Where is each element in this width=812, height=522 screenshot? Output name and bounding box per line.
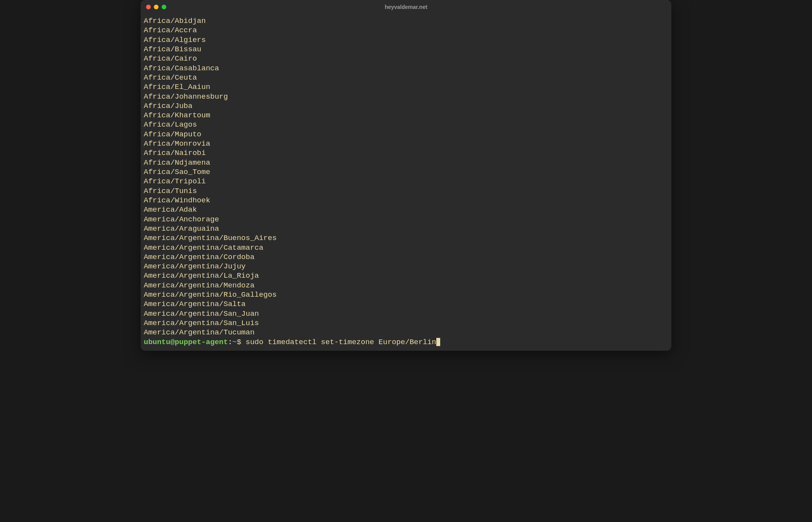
traffic-lights bbox=[146, 5, 166, 9]
close-icon[interactable] bbox=[146, 5, 151, 9]
output-line: America/Argentina/Buenos_Aires bbox=[144, 233, 668, 243]
output-line: Africa/Tripoli bbox=[144, 177, 668, 186]
prompt-at: @ bbox=[170, 338, 174, 347]
output-line: Africa/Sao_Tome bbox=[144, 167, 668, 177]
output-line: America/Argentina/Tucuman bbox=[144, 328, 668, 337]
output-line: Africa/Lagos bbox=[144, 120, 668, 129]
output-line: Africa/Maputo bbox=[144, 130, 668, 139]
output-line: America/Argentina/Mendoza bbox=[144, 281, 668, 290]
output-line: Africa/Casablanca bbox=[144, 64, 668, 73]
window-title: heyvaldemar.net bbox=[385, 4, 427, 10]
output-line: Africa/Ceuta bbox=[144, 73, 668, 82]
output-line: Africa/Windhoek bbox=[144, 196, 668, 205]
output-line: Africa/Bissau bbox=[144, 45, 668, 54]
output-line: America/Argentina/Catamarca bbox=[144, 243, 668, 252]
output-line: Africa/Khartoum bbox=[144, 111, 668, 120]
output-line: America/Adak bbox=[144, 205, 668, 214]
output-line: Africa/Abidjan bbox=[144, 16, 668, 26]
output-line: America/Argentina/Salta bbox=[144, 299, 668, 309]
output-line: America/Anchorage bbox=[144, 215, 668, 224]
output-line: America/Argentina/Jujuy bbox=[144, 262, 668, 271]
output-line: America/Argentina/San_Juan bbox=[144, 309, 668, 318]
prompt-host: puppet-agent bbox=[175, 338, 228, 347]
output-line: Africa/Juba bbox=[144, 101, 668, 111]
output-line: Africa/Nairobi bbox=[144, 148, 668, 158]
cursor-icon bbox=[436, 338, 440, 346]
output-line: Africa/Cairo bbox=[144, 54, 668, 63]
command-input[interactable]: sudo timedatectl set-timezone Europe/Ber… bbox=[246, 338, 436, 347]
prompt-colon: : bbox=[228, 338, 232, 347]
minimize-icon[interactable] bbox=[154, 5, 159, 9]
titlebar[interactable]: heyvaldemar.net bbox=[141, 0, 671, 14]
prompt-line[interactable]: ubuntu@puppet-agent:~$ sudo timedatectl … bbox=[144, 338, 668, 347]
output-line: America/Argentina/Cordoba bbox=[144, 252, 668, 262]
terminal-window: heyvaldemar.net Africa/AbidjanAfrica/Acc… bbox=[141, 0, 671, 351]
output-line: America/Araguaina bbox=[144, 224, 668, 233]
output-line: Africa/Monrovia bbox=[144, 139, 668, 148]
output-line: Africa/Tunis bbox=[144, 186, 668, 196]
output-line: America/Argentina/La_Rioja bbox=[144, 271, 668, 280]
terminal-output: Africa/AbidjanAfrica/AccraAfrica/Algiers… bbox=[144, 16, 668, 338]
output-line: Africa/Ndjamena bbox=[144, 158, 668, 167]
prompt-user: ubuntu bbox=[144, 338, 170, 347]
terminal-body[interactable]: Africa/AbidjanAfrica/AccraAfrica/Algiers… bbox=[141, 14, 671, 351]
output-line: Africa/Algiers bbox=[144, 35, 668, 45]
output-line: America/Argentina/San_Luis bbox=[144, 318, 668, 328]
output-line: Africa/Johannesburg bbox=[144, 92, 668, 101]
output-line: America/Argentina/Rio_Gallegos bbox=[144, 290, 668, 299]
output-line: Africa/Accra bbox=[144, 26, 668, 35]
prompt-symbol: $ bbox=[237, 338, 246, 347]
maximize-icon[interactable] bbox=[162, 5, 166, 9]
output-line: Africa/El_Aaiun bbox=[144, 82, 668, 92]
prompt-path: ~ bbox=[232, 338, 237, 347]
